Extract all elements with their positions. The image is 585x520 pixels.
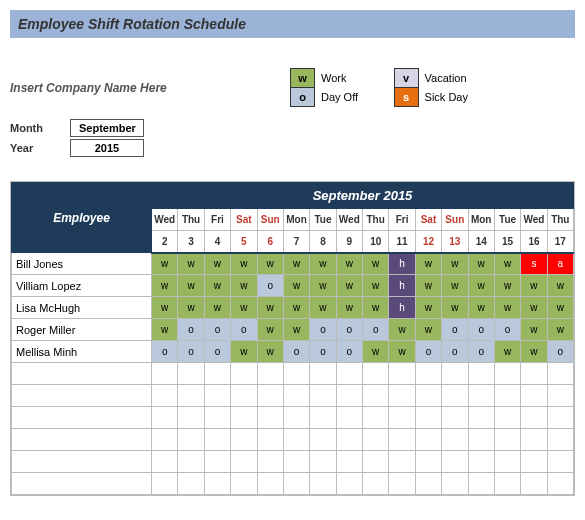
shift-cell[interactable]: w <box>521 297 547 319</box>
shift-cell[interactable]: w <box>415 253 441 275</box>
table-row-empty[interactable] <box>12 451 574 473</box>
shift-cell[interactable]: s <box>521 253 547 275</box>
shift-cell[interactable]: o <box>363 319 389 341</box>
shift-cell[interactable]: o <box>547 341 573 363</box>
table-row[interactable]: Mellisa Minhooowwooowwooowwo <box>12 341 574 363</box>
daynum-header: 14 <box>468 231 494 253</box>
shift-cell[interactable]: o <box>494 319 520 341</box>
shift-cell[interactable]: w <box>521 319 547 341</box>
shift-cell[interactable]: w <box>152 319 178 341</box>
shift-cell[interactable]: o <box>204 319 230 341</box>
month-input[interactable]: September <box>70 119 144 137</box>
shift-cell[interactable]: w <box>363 341 389 363</box>
company-name-placeholder[interactable]: Insert Company Name Here <box>10 81 290 95</box>
shift-cell[interactable]: w <box>442 253 468 275</box>
shift-cell[interactable]: w <box>336 275 362 297</box>
shift-cell[interactable]: o <box>415 341 441 363</box>
shift-cell[interactable]: o <box>178 319 204 341</box>
shift-cell[interactable]: w <box>494 253 520 275</box>
shift-cell[interactable]: w <box>547 297 573 319</box>
shift-cell[interactable]: o <box>178 341 204 363</box>
shift-cell[interactable]: w <box>231 341 257 363</box>
shift-cell[interactable]: w <box>152 275 178 297</box>
shift-cell[interactable]: w <box>494 341 520 363</box>
shift-cell[interactable]: a <box>547 253 573 275</box>
shift-cell[interactable]: w <box>521 275 547 297</box>
year-input[interactable]: 2015 <box>70 139 144 157</box>
shift-cell[interactable]: w <box>178 253 204 275</box>
shift-cell[interactable]: w <box>257 253 283 275</box>
shift-cell[interactable]: w <box>178 297 204 319</box>
shift-cell[interactable]: o <box>204 341 230 363</box>
shift-cell[interactable]: w <box>257 341 283 363</box>
shift-cell[interactable]: h <box>389 275 415 297</box>
shift-cell[interactable]: w <box>363 297 389 319</box>
shift-cell[interactable]: w <box>283 297 309 319</box>
table-row[interactable]: Roger Millerwooowwooowwoooww <box>12 319 574 341</box>
shift-cell[interactable]: w <box>204 253 230 275</box>
schedule-table[interactable]: EmployeeSeptember 2015WedThuFriSatSunMon… <box>11 182 574 495</box>
shift-cell[interactable]: w <box>363 253 389 275</box>
shift-cell[interactable]: o <box>283 341 309 363</box>
shift-cell[interactable]: w <box>468 275 494 297</box>
shift-cell[interactable]: w <box>468 253 494 275</box>
table-row[interactable]: Lisa McHughwwwwwwwwwhwwwwww <box>12 297 574 319</box>
shift-cell[interactable]: w <box>547 319 573 341</box>
shift-cell[interactable]: o <box>468 319 494 341</box>
shift-cell[interactable]: o <box>336 319 362 341</box>
shift-cell[interactable]: w <box>494 275 520 297</box>
shift-cell[interactable]: o <box>468 341 494 363</box>
shift-cell[interactable]: w <box>415 297 441 319</box>
shift-cell[interactable]: o <box>442 341 468 363</box>
table-row[interactable]: Bill Joneswwwwwwwwwhwwwwsa <box>12 253 574 275</box>
shift-cell[interactable]: w <box>442 275 468 297</box>
shift-cell[interactable]: w <box>204 297 230 319</box>
shift-cell[interactable]: o <box>231 319 257 341</box>
shift-cell[interactable]: w <box>468 297 494 319</box>
daynum-header: 8 <box>310 231 336 253</box>
shift-cell[interactable]: h <box>389 253 415 275</box>
shift-cell[interactable]: w <box>204 275 230 297</box>
shift-cell[interactable]: w <box>231 253 257 275</box>
shift-cell[interactable]: w <box>257 319 283 341</box>
shift-cell[interactable]: w <box>363 275 389 297</box>
shift-cell[interactable]: w <box>521 341 547 363</box>
shift-cell[interactable]: h <box>389 297 415 319</box>
table-row-empty[interactable] <box>12 385 574 407</box>
shift-cell[interactable]: w <box>152 297 178 319</box>
table-row-empty[interactable] <box>12 363 574 385</box>
shift-cell[interactable]: w <box>415 319 441 341</box>
shift-cell[interactable]: w <box>231 297 257 319</box>
shift-cell[interactable]: w <box>336 297 362 319</box>
shift-cell[interactable]: o <box>257 275 283 297</box>
month-header: September 2015 <box>152 183 574 209</box>
shift-cell[interactable]: o <box>152 341 178 363</box>
shift-cell[interactable]: w <box>283 319 309 341</box>
shift-cell[interactable]: w <box>310 275 336 297</box>
shift-cell[interactable]: w <box>415 275 441 297</box>
shift-cell[interactable]: o <box>442 319 468 341</box>
shift-cell[interactable]: w <box>389 341 415 363</box>
shift-cell[interactable]: w <box>547 275 573 297</box>
shift-cell[interactable]: o <box>336 341 362 363</box>
shift-cell[interactable]: w <box>178 275 204 297</box>
shift-cell[interactable]: w <box>336 253 362 275</box>
shift-cell[interactable]: w <box>231 275 257 297</box>
table-row-empty[interactable] <box>12 429 574 451</box>
shift-cell[interactable]: o <box>310 341 336 363</box>
shift-cell[interactable]: w <box>389 319 415 341</box>
shift-cell[interactable]: w <box>283 253 309 275</box>
shift-cell[interactable]: w <box>310 253 336 275</box>
shift-cell[interactable]: w <box>257 297 283 319</box>
shift-cell[interactable]: w <box>310 297 336 319</box>
shift-cell[interactable]: w <box>283 275 309 297</box>
table-row-empty[interactable] <box>12 473 574 495</box>
table-row-empty[interactable] <box>12 407 574 429</box>
table-row[interactable]: Villiam Lopezwwwwowwwwhwwwwww <box>12 275 574 297</box>
shift-cell[interactable]: w <box>494 297 520 319</box>
employee-header: Employee <box>12 183 152 253</box>
daynum-header: 11 <box>389 231 415 253</box>
shift-cell[interactable]: o <box>310 319 336 341</box>
shift-cell[interactable]: w <box>152 253 178 275</box>
shift-cell[interactable]: w <box>442 297 468 319</box>
